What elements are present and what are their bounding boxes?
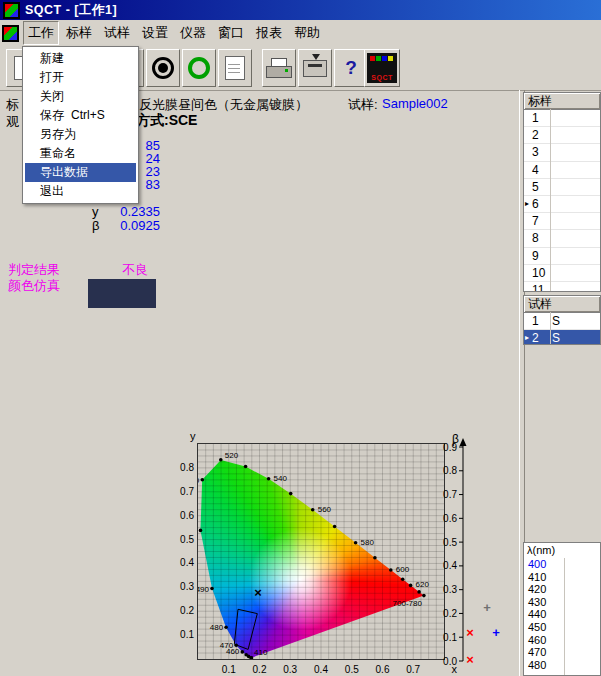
wavelength-row[interactable]: 470 [524,646,600,659]
svg-text:0.7: 0.7 [443,489,457,500]
standard-row[interactable]: 4 [524,162,600,179]
measure-sample-button[interactable] [182,49,216,87]
dropdown-item[interactable]: 新建 [25,49,136,68]
beta-value: 0.0925 [100,218,160,233]
document-icon[interactable] [2,25,19,42]
y-value: 0.2335 [100,204,160,219]
svg-text:480: 480 [210,623,224,632]
menu-item-窗口[interactable]: 窗口 [213,21,249,45]
standard-row[interactable]: 9 [524,248,600,265]
x-tick-label: 0.5 [342,664,362,675]
samples-body: 1S▸2S [524,313,600,345]
standard-row[interactable]: 8 [524,230,600,247]
y-axis-title: y [190,430,196,442]
standard-row[interactable]: 5 [524,179,600,196]
wavelength-row[interactable]: 430 [524,596,600,609]
column-divider [564,558,565,675]
y-tick-label: 0.4 [174,557,194,568]
svg-text:0.5: 0.5 [443,537,457,548]
sqct-logo-button[interactable]: SQCT [364,49,400,87]
wavelength-row[interactable]: 400 [524,558,600,571]
svg-text:520: 520 [225,451,239,460]
export-button[interactable] [298,49,332,87]
green-ring-icon [188,57,210,79]
wavelength-row[interactable]: 440 [524,608,600,621]
x-tick-label: 0.3 [280,664,300,675]
app-icon [3,2,20,19]
dropdown-item[interactable]: 退出 [25,182,136,201]
wavelength-panel: λ(nm) 400410420430440450460470480 [523,542,601,676]
sample-label: 试样: [348,96,378,114]
svg-text:0.0: 0.0 [443,656,457,667]
standard-row[interactable]: ▸6 [524,196,600,213]
observer-label-prefix: 观 [6,113,19,131]
print-button[interactable] [262,49,296,87]
sample-row[interactable]: ▸2S [524,330,600,345]
menu-item-工作[interactable]: 工作 [23,21,59,45]
dropdown-item[interactable]: 导出数据 [25,163,136,182]
report-icon [225,56,245,80]
x-tick-label: 0.4 [311,664,331,675]
measure-standard-button[interactable] [146,49,180,87]
y-tick-label: 0.8 [174,462,194,473]
work-dropdown-menu: 新建打开关闭保存Ctrl+S另存为重命名导出数据退出 [22,46,139,204]
wavelength-row[interactable]: 480 [524,659,600,672]
chromaticity-svg: 520510540560580600620700-780500490480470… [198,444,444,659]
svg-text:0.1: 0.1 [443,632,457,643]
dropdown-item[interactable]: 保存Ctrl+S [25,106,136,125]
wavelength-row[interactable]: 420 [524,583,600,596]
standards-header[interactable]: 标样 [524,93,600,110]
x-tick-label: 0.7 [403,664,423,675]
dropdown-item[interactable]: 重命名 [25,144,136,163]
svg-text:510: 510 [198,476,200,485]
svg-text:+: + [483,600,491,615]
svg-text:0.9: 0.9 [443,442,457,453]
menu-item-标样[interactable]: 标样 [61,21,97,45]
target-icon [152,57,174,79]
y-tick-label: 0.2 [174,605,194,616]
x-tick-label: 0.1 [219,664,239,675]
svg-text:0.3: 0.3 [443,584,457,595]
beta-label: β [92,218,99,233]
dropdown-item[interactable]: 关闭 [25,87,136,106]
window-title: SQCT - [工作1] [25,2,117,19]
report-button[interactable] [218,49,252,87]
samples-header[interactable]: 试样 [524,296,600,313]
wavelength-row[interactable]: 410 [524,571,600,584]
y-tick-label: 0.6 [174,510,194,521]
x-tick-label: 0.6 [373,664,393,675]
wavelength-row[interactable]: 460 [524,634,600,647]
svg-text:0.2: 0.2 [443,608,457,619]
printer-icon [266,58,292,78]
x-tick-label: 0.2 [250,664,270,675]
svg-text:+: + [492,625,500,640]
menu-item-帮助[interactable]: 帮助 [289,21,325,45]
standard-row[interactable]: 7 [524,213,600,230]
dropdown-item[interactable]: 打开 [25,68,136,87]
help-button[interactable]: ? [334,49,368,87]
dropdown-item[interactable]: 另存为 [25,125,136,144]
standard-row[interactable]: 11 [524,282,600,292]
wavelength-header: λ(nm) [524,543,600,558]
standard-row[interactable]: 3 [524,144,600,161]
standards-panel: 标样 12345▸67891011 [523,92,601,292]
sample-row[interactable]: 1S [524,313,600,330]
svg-text:560: 560 [318,505,332,514]
menu-item-试样[interactable]: 试样 [99,21,135,45]
export-device-icon [303,60,327,77]
wavelength-row[interactable]: 450 [524,621,600,634]
svg-text:0.8: 0.8 [443,465,457,476]
samples-panel: 试样 1S▸2S [523,295,601,345]
menu-item-报表[interactable]: 报表 [251,21,287,45]
menu-item-仪器[interactable]: 仪器 [175,21,211,45]
measure-mode: 方式:SCE [136,112,197,130]
standard-row[interactable]: 2 [524,127,600,144]
sample-name: Sample002 [382,96,448,111]
judgment-result: 不良 [122,261,148,279]
beta-axis-svg: β0.00.10.20.30.40.50.60.70.80.9+×+× [433,433,503,676]
standard-row[interactable]: 10 [524,265,600,282]
svg-text:×: × [466,625,474,640]
menu-item-设置[interactable]: 设置 [137,21,173,45]
standard-row[interactable]: 1 [524,110,600,127]
y-tick-label: 0.1 [174,629,194,640]
